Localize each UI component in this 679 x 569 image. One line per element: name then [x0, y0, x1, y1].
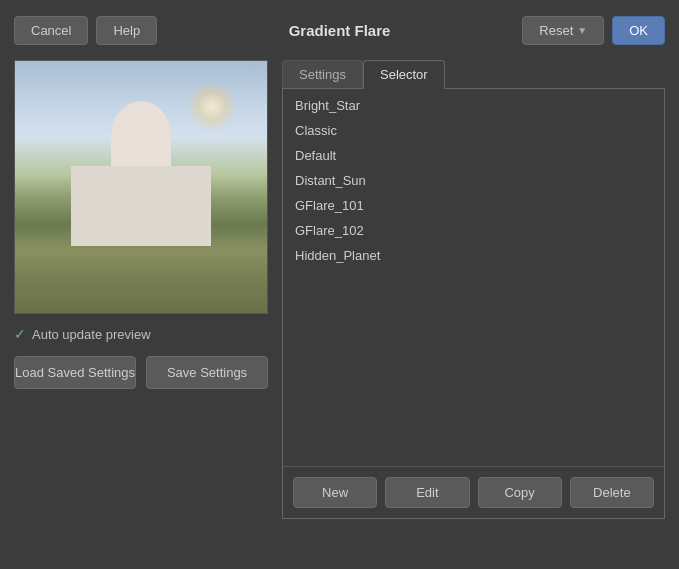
building-body [71, 166, 211, 246]
list-item[interactable]: GFlare_102 [283, 218, 664, 243]
preview-image-inner [15, 61, 267, 313]
dialog-title: Gradient Flare [289, 22, 391, 39]
auto-update-row: ✓ Auto update preview [14, 326, 268, 342]
bottom-buttons: Load Saved Settings Save Settings [14, 356, 268, 389]
preset-list[interactable]: Bright_StarClassicDefaultDistant_SunGFla… [283, 89, 664, 466]
ok-button[interactable]: OK [612, 16, 665, 45]
list-item[interactable]: Bright_Star [283, 93, 664, 118]
new-button[interactable]: New [293, 477, 377, 508]
tab-selector[interactable]: Selector [363, 60, 445, 89]
tab-settings[interactable]: Settings [282, 60, 363, 89]
top-bar-left: Cancel Help [14, 16, 157, 45]
help-button[interactable]: Help [96, 16, 157, 45]
list-item[interactable]: Classic [283, 118, 664, 143]
delete-button[interactable]: Delete [570, 477, 654, 508]
save-settings-button[interactable]: Save Settings [146, 356, 268, 389]
right-panel: Settings Selector Bright_StarClassicDefa… [282, 60, 665, 520]
auto-update-label: Auto update preview [32, 327, 151, 342]
dome-shape [111, 101, 171, 171]
top-bar: Cancel Help Gradient Flare Reset ▼ OK [0, 0, 679, 60]
reset-arrow-icon: ▼ [577, 25, 587, 36]
reset-button[interactable]: Reset ▼ [522, 16, 604, 45]
list-item[interactable]: Distant_Sun [283, 168, 664, 193]
preview-image [14, 60, 268, 314]
checkmark-icon: ✓ [14, 326, 26, 342]
list-item[interactable]: Hidden_Planet [283, 243, 664, 268]
main-content: ✓ Auto update preview Load Saved Setting… [0, 60, 679, 530]
lens-flare [187, 81, 237, 131]
left-panel: ✓ Auto update preview Load Saved Setting… [14, 60, 268, 520]
top-bar-right: Reset ▼ OK [522, 16, 665, 45]
tabs: Settings Selector [282, 60, 665, 89]
edit-button[interactable]: Edit [385, 477, 469, 508]
list-actions: New Edit Copy Delete [283, 466, 664, 518]
tab-panel: Bright_StarClassicDefaultDistant_SunGFla… [282, 88, 665, 519]
list-item[interactable]: Default [283, 143, 664, 168]
reset-label: Reset [539, 23, 573, 38]
cancel-button[interactable]: Cancel [14, 16, 88, 45]
copy-button[interactable]: Copy [478, 477, 562, 508]
list-item[interactable]: GFlare_101 [283, 193, 664, 218]
load-settings-button[interactable]: Load Saved Settings [14, 356, 136, 389]
